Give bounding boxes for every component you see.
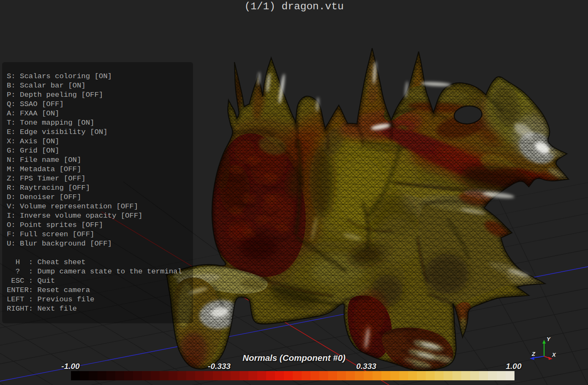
svg-text:X: X (552, 352, 556, 358)
svg-text:Z: Z (531, 351, 536, 357)
svg-text:Y: Y (547, 336, 551, 342)
